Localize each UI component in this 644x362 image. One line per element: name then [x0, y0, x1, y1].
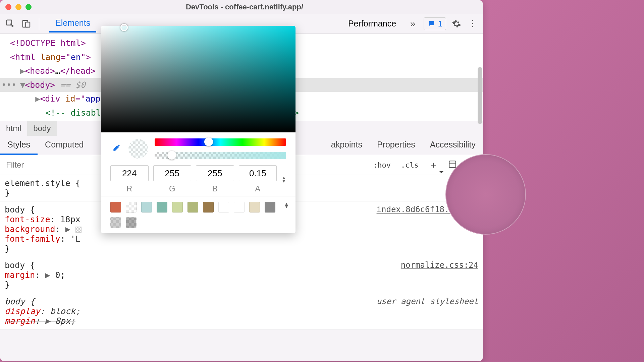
expand-triangle-icon[interactable]: ▶	[20, 65, 25, 77]
minimize-window-button[interactable]	[15, 4, 21, 10]
crumb-body[interactable]: body	[27, 121, 57, 136]
issues-count: 1	[438, 19, 442, 28]
panel-tabs: Elements	[49, 15, 96, 33]
palette-swatch[interactable]	[126, 202, 137, 213]
subtab-breakpoints[interactable]: akpoints	[324, 136, 370, 155]
palette-swatch[interactable]	[141, 202, 152, 213]
palette-swatch[interactable]	[126, 217, 137, 228]
palette-toggle[interactable]: ▲▼	[284, 202, 289, 208]
palette-swatch[interactable]	[172, 202, 183, 213]
palette-swatch[interactable]	[249, 202, 260, 213]
palette-swatch[interactable]	[234, 202, 245, 213]
node-actions-icon[interactable]: •••	[1, 79, 16, 92]
subtab-properties[interactable]: Properties	[370, 136, 423, 155]
hover-toggle[interactable]: :hov	[370, 160, 394, 171]
color-picker-popover: R G B A ▲▼ ▲▼	[101, 26, 296, 233]
a-input[interactable]	[239, 165, 277, 181]
more-tabs-icon[interactable]: »	[407, 18, 419, 29]
scrollbar[interactable]	[478, 67, 482, 124]
style-rule-ua[interactable]: user agent stylesheet body { display: bl…	[0, 293, 483, 329]
saturation-value-area[interactable]	[101, 26, 296, 132]
new-style-rule-button[interactable]: ＋	[425, 157, 441, 173]
device-toolbar-icon[interactable]	[21, 18, 32, 29]
traffic-lights	[5, 4, 32, 10]
hue-handle[interactable]	[204, 137, 213, 146]
style-rule[interactable]: normalize.css:24 body { margin: ▶ 0; }	[0, 257, 483, 293]
svg-rect-2	[26, 22, 30, 27]
source-label: user agent stylesheet	[377, 297, 478, 306]
doctype: <!DOCTYPE html>	[10, 38, 86, 48]
devtools-window: DevTools - coffee-cart.netlify.app/ Elem…	[0, 0, 483, 361]
tab-performance[interactable]: Performance	[342, 15, 402, 32]
g-input[interactable]	[153, 165, 192, 181]
palette-swatch[interactable]	[187, 202, 198, 213]
cls-toggle[interactable]: .cls	[397, 160, 422, 171]
settings-icon[interactable]	[451, 18, 462, 29]
alpha-slider[interactable]	[155, 152, 286, 159]
crumb-html[interactable]: html	[0, 121, 27, 136]
color-preview	[128, 139, 148, 159]
expand-icon[interactable]: ▶	[45, 270, 50, 280]
source-link[interactable]: normalize.css:24	[401, 260, 478, 270]
palette-swatch[interactable]	[265, 202, 275, 213]
palette-swatch[interactable]	[110, 202, 121, 213]
subtab-computed[interactable]: Computed	[38, 136, 91, 155]
hue-slider[interactable]	[155, 138, 286, 146]
r-input[interactable]	[110, 165, 149, 181]
color-swatch-icon[interactable]	[75, 227, 82, 233]
palette-swatch[interactable]	[203, 202, 214, 213]
subtab-accessibility[interactable]: Accessibility	[423, 136, 483, 155]
eyedropper-icon[interactable]	[110, 143, 122, 155]
eyedropper-magnifier[interactable]	[445, 154, 526, 235]
kebab-menu-icon[interactable]: ⋮	[467, 18, 478, 29]
window-title: DevTools - coffee-cart.netlify.app/	[32, 3, 458, 11]
sv-handle[interactable]	[120, 24, 128, 31]
svg-rect-3	[449, 161, 456, 168]
palette-swatch[interactable]	[110, 217, 121, 228]
inspect-element-icon[interactable]	[5, 18, 16, 29]
expand-icon[interactable]: ▶	[65, 224, 70, 234]
expand-icon[interactable]: ▶	[45, 316, 50, 326]
palette-swatch[interactable]	[218, 202, 229, 213]
titlebar: DevTools - coffee-cart.netlify.app/	[0, 0, 483, 14]
expand-triangle-icon[interactable]: ▶	[35, 93, 40, 105]
close-window-button[interactable]	[5, 4, 11, 10]
zoom-window-button[interactable]	[25, 4, 32, 10]
subtab-styles[interactable]: Styles	[0, 136, 38, 155]
tab-elements[interactable]: Elements	[49, 15, 96, 33]
collapse-triangle-icon[interactable]: ▼	[20, 79, 25, 92]
alpha-handle[interactable]	[167, 151, 176, 160]
palette-swatch[interactable]	[157, 202, 167, 213]
palette-swatches: ▲▼	[101, 196, 296, 233]
issues-badge[interactable]: 1	[424, 17, 446, 30]
color-mode-toggle[interactable]: ▲▼	[281, 176, 286, 182]
b-input[interactable]	[196, 165, 234, 181]
